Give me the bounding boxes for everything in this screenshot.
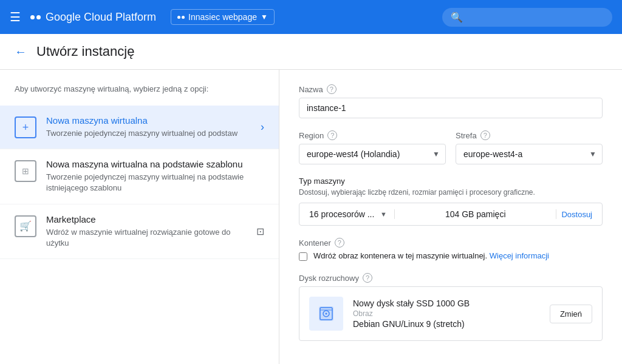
strefa-label: Strefa ? [456,130,603,140]
kontener-text: Wdróż obraz kontenera w tej maszynie wir… [313,251,549,260]
option-template-vm[interactable]: ⊞ Nowa maszyna wirtualna na podstawie sz… [0,149,279,204]
disk-info: Nowy dysk stały SSD 1000 GB Obraz Debian… [353,298,540,329]
strefa-help-icon[interactable]: ? [480,130,490,140]
kontener-group: Kontener ? Wdróż obraz kontenera w tej m… [299,238,603,261]
container-row: Wdróż obraz kontenera w tej maszynie wir… [299,251,603,261]
region-select-wrapper: europe-west4 (Holandia) us-central1 us-e… [299,144,446,164]
nazwa-group: Nazwa ? [299,84,603,118]
marketplace-content: Marketplace Wdróż w maszynie wirtualnej … [46,214,247,249]
typ-maszyny-title: Typ maszyny [299,177,603,186]
nazwa-label: Nazwa ? [299,84,603,94]
subheader: ← Utwórz instancję [0,34,622,70]
template-vm-title: Nowa maszyna wirtualna na podstawie szab… [46,159,264,169]
new-vm-content: Nowa maszyna wirtualna Tworzenie pojedyn… [46,115,251,139]
change-disk-button[interactable]: Zmień [550,305,592,323]
project-dropdown-icon: ▼ [261,13,268,21]
dysk-group: Dysk rozruchowy ? Nowy dysk stały SSD 10… [299,273,603,341]
region-strefa-row: Region ? europe-west4 (Holandia) us-cent… [299,130,603,177]
region-select[interactable]: europe-west4 (Holandia) us-central1 us-e… [299,144,446,164]
template-vm-content: Nowa maszyna wirtualna na podstawie szab… [46,159,264,194]
dysk-label: Dysk rozruchowy ? [299,273,603,283]
page-title: Utwórz instancję [36,44,134,59]
region-label: Region ? [299,130,446,140]
disk-type-label: Obraz [353,309,540,318]
right-panel: Nazwa ? Region ? europe-west4 (Holandia)… [279,70,622,364]
kontener-help-icon[interactable]: ? [335,238,344,248]
disk-name: Nowy dysk stały SSD 1000 GB [353,298,540,308]
nazwa-help-icon[interactable]: ? [327,84,337,94]
machine-memory: 104 GB pamięci [394,209,556,219]
template-vm-icon: ⊞ [15,160,36,182]
machine-type-row: 16 procesorów ... 1 procesor 2 procesory… [299,203,603,226]
disk-svg-icon [315,303,337,325]
region-help-icon[interactable]: ? [327,130,337,140]
marketplace-title: Marketplace [46,214,247,224]
topnav: ☰ Google Cloud Platform Innasiec webpage… [0,0,622,34]
customize-link[interactable]: Dostosuj [561,210,592,219]
new-vm-icon: + [15,116,36,138]
typ-maszyny-desc: Dostosuj, wybierając liczbę rdzeni, rozm… [299,188,603,197]
template-vm-desc: Tworzenie pojedynczej maszyny wirtualnej… [46,172,264,194]
new-vm-arrow-icon: › [261,121,264,133]
dysk-help-icon[interactable]: ? [363,273,372,283]
marketplace-icon: 🛒 [15,215,36,237]
boot-disk-card: Nowy dysk stały SSD 1000 GB Obraz Debian… [299,286,603,341]
marketplace-desc: Wdróż w maszynie wirtualnej rozwiązanie … [46,227,247,249]
option-new-vm[interactable]: + Nowa maszyna wirtualna Tworzenie pojed… [0,106,279,149]
project-dot-icon [177,16,185,19]
marketplace-action-icon[interactable]: ⊡ [256,226,264,237]
project-name: Innasiec webpage [188,12,257,22]
region-group: Region ? europe-west4 (Holandia) us-cent… [299,130,446,164]
new-vm-desc: Tworzenie pojedynczej maszyny wirtualnej… [46,128,251,139]
search-bar[interactable]: 🔍 [442,8,612,27]
project-selector[interactable]: Innasiec webpage ▼ [171,9,275,25]
intro-text: Aby utworzyć maszynę wirtualną, wybierz … [0,84,279,106]
menu-icon[interactable]: ☰ [10,10,21,24]
main-content: Aby utworzyć maszynę wirtualną, wybierz … [0,70,622,364]
disk-os: Debian GNU/Linux 9 (stretch) [353,319,540,329]
left-panel: Aby utworzyć maszynę wirtualną, wybierz … [0,70,279,364]
kontener-label: Kontener ? [299,238,603,248]
option-marketplace[interactable]: 🛒 Marketplace Wdróż w maszynie wirtualne… [0,204,279,259]
app-logo: Google Cloud Platform [30,11,156,24]
processors-select[interactable]: 16 procesorów ... 1 procesor 2 procesory… [309,209,389,219]
strefa-select-wrapper: europe-west4-a europe-west4-b europe-wes… [456,144,603,164]
strefa-select[interactable]: europe-west4-a europe-west4-b europe-wes… [456,144,603,164]
strefa-group: Strefa ? europe-west4-a europe-west4-b e… [456,130,603,164]
logo-text: Google Cloud Platform [46,11,156,24]
search-icon: 🔍 [451,12,463,23]
processors-select-wrap: 16 procesorów ... 1 procesor 2 procesory… [309,209,389,219]
disk-icon [309,297,343,331]
typ-maszyny-group: Typ maszyny Dostosuj, wybierając liczbę … [299,177,603,226]
kontener-link[interactable]: Więcej informacji [490,251,549,260]
svg-point-3 [326,313,327,315]
back-button[interactable]: ← [15,45,27,59]
new-vm-title: Nowa maszyna wirtualna [46,115,251,126]
logo-dots [30,15,41,19]
kontener-checkbox[interactable] [299,252,307,261]
nazwa-input[interactable] [299,98,603,118]
